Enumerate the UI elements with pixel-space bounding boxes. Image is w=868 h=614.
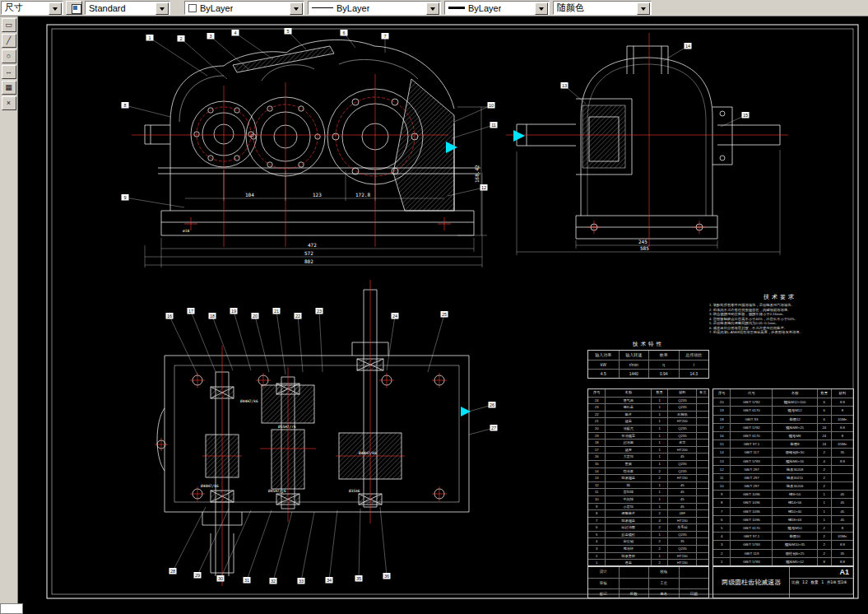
sheet-size: A1: [790, 567, 853, 579]
linetype-combo[interactable]: ByLayer: [308, 1, 441, 15]
table-row: 17GB/T 5782螺栓M8×25248.8: [713, 423, 853, 431]
linetype-icon: [312, 7, 333, 8]
chevron-down-icon[interactable]: [49, 2, 62, 15]
table-row: 2GB/T 119圆柱销6×25235: [713, 549, 853, 557]
tech-req-note: 7. 机座内装L-AN68润滑油至规定高度，外表面涂灰色油漆。: [709, 330, 851, 335]
chevron-down-icon[interactable]: [637, 2, 650, 15]
scale-value: 1:2: [802, 580, 807, 584]
chevron-down-icon[interactable]: [155, 2, 169, 15]
table-row: 14挡油盘2Q235: [588, 467, 708, 475]
table-row: 21箱盖1HT200: [588, 417, 708, 425]
table-row: 1透盖2HT150: [588, 559, 708, 566]
table-row: 20油标尺1Q235: [588, 425, 708, 432]
table-row: 18封油垫1皮革: [588, 439, 708, 446]
chevron-down-icon[interactable]: [535, 2, 548, 15]
text-style-value: Standard: [89, 3, 126, 13]
table-row: 序号名称数量材料备注: [588, 389, 708, 397]
table-row: 6GB/T 1096键18×63145: [713, 515, 853, 523]
layer-tool-button[interactable]: [66, 1, 82, 15]
top-toolbar: 尺寸 Standard ByLayer ByLayer ByLayer 随颜色: [0, 0, 868, 16]
scale-label: 比例: [791, 580, 799, 584]
table-row: 3甩油环2Q235: [588, 545, 708, 552]
linetype-value: ByLayer: [337, 3, 369, 13]
table-row: 6毡封油圈2羊毛毡: [588, 523, 708, 531]
title-block-meta: 比例 1:2 数量 1 共1张 第1张: [790, 579, 853, 586]
color-combo[interactable]: ByLayer: [184, 1, 304, 15]
table-row: 22垫片1石棉纸: [588, 411, 708, 418]
table-row: 5GB/T 6170螺母M1028: [713, 523, 853, 532]
circle-tool-button[interactable]: ○: [2, 49, 16, 63]
signature-block: 设计校核审核工艺标记处数签名日期: [587, 566, 709, 598]
table-row: 24通气器1Q235: [588, 397, 708, 404]
table-row: 19GB/T 6170螺母M1268: [713, 406, 853, 414]
dim-style-combo[interactable]: 尺寸: [1, 1, 63, 15]
table-row: 12GB/T 297轴承302082: [713, 465, 853, 473]
table-row: 9GB/T 1096键8×50145: [713, 490, 853, 498]
table-row: 13轴承端盖2HT150: [588, 474, 708, 481]
table-row: 序号代号名称数量材料: [713, 389, 853, 398]
table-row: 15GB/T 97.1垫圈82465Mn: [713, 440, 853, 448]
table-row: 11GB/T 297轴承302112: [713, 473, 853, 481]
table-row: 16大齿轮145: [588, 453, 708, 460]
table-row: 设计校核: [588, 567, 708, 578]
hatch-tool-button[interactable]: ▦: [2, 81, 16, 95]
table-row: 17箱座1HT200: [588, 446, 708, 454]
qty-value: 1: [822, 580, 824, 584]
lineweight-value: ByLayer: [468, 3, 501, 13]
tech-req-title: 技术要求: [709, 293, 851, 301]
table-row: 18GB/T 93垫圈12665Mn: [713, 415, 853, 423]
layer-icon: [72, 4, 81, 14]
table-row: 标记处数签名日期: [588, 588, 708, 598]
plotstyle-value: 随颜色: [557, 2, 584, 14]
table-row: 4定位销235: [588, 537, 708, 545]
table-row: 4.514400.9414.3: [588, 369, 708, 378]
color-value: ByLayer: [200, 3, 233, 13]
table-row: 20GB/T 5782螺栓M12×10068.8: [713, 398, 853, 406]
table-row: 12轴145: [588, 481, 708, 489]
table-row: 5起盖螺钉1Q235: [588, 531, 708, 538]
title-block: 两级圆柱齿轮减速器 A1 比例 1:2 数量 1 共1张 第1张: [713, 566, 854, 598]
drawing-title: 两级圆柱齿轮减速器: [713, 567, 790, 598]
lineweight-combo[interactable]: ByLayer: [444, 1, 550, 15]
table-row: 7GB/T 1096键10×40145: [713, 507, 853, 515]
table-row: 3GB/T 5783螺栓M10×3528.8: [713, 540, 853, 548]
chevron-down-icon[interactable]: [426, 2, 439, 15]
table-row: 8GB/T 1096键14×56145: [713, 498, 853, 506]
table-row: 13GB/T 5783螺栓M6×1648.8: [713, 457, 853, 465]
parts-list-left: 序号名称数量材料备注24通气器1Q23523视孔盖1Q23522垫片1石棉纸21…: [587, 388, 709, 566]
table-row: 7轴承端盖4HT150: [588, 517, 708, 524]
table-row: 1GB/T 5783螺栓M5×1288.8: [713, 557, 853, 565]
table-row: 19放油螺塞1Q235: [588, 432, 708, 440]
table-row: 11齿轮轴145: [588, 488, 708, 495]
left-toolbar: ▭╱○↔▦×: [0, 16, 18, 614]
table-row: 15套筒1Q235: [588, 460, 708, 467]
line-tool-button[interactable]: ╱: [2, 34, 16, 48]
select-tool-button[interactable]: ▭: [2, 18, 16, 32]
technical-requirements: 技术要求 1. 装配前所有零件用煤油清洗，滚动轴承用汽油清洗。2. 机体内不允许…: [709, 293, 851, 335]
table-row: 4GB/T 97.1垫圈10265Mn: [713, 532, 853, 540]
plotstyle-combo[interactable]: 随颜色: [553, 1, 652, 15]
table-row: 16GB/T 6170螺母M8248: [713, 431, 853, 440]
move-tool-button[interactable]: ↔: [2, 65, 16, 79]
technical-characteristics: 技术特性 输入功率输入转速效率总传动比kWr/minηi4.514400.941…: [587, 341, 709, 379]
table-row: 10中间轴145: [588, 495, 708, 503]
table-row: kWr/minηi: [588, 360, 708, 369]
tech-req-notes: 1. 装配前所有零件用煤油清洗，滚动轴承用汽油清洗。2. 机体内不允许有任何杂物…: [709, 303, 851, 335]
text-style-combo[interactable]: Standard: [85, 1, 170, 15]
chevron-down-icon[interactable]: [290, 2, 303, 15]
lineweight-icon: [448, 7, 465, 9]
dim-style-value: 尺寸: [5, 2, 23, 14]
taskbar-fragment: [0, 603, 23, 614]
sheets-value: 共1张 第1张: [827, 580, 847, 584]
table-row: 23视孔盖1Q235: [588, 403, 708, 411]
table-row: 输入功率输入转速效率总传动比: [588, 351, 708, 360]
erase-tool-button[interactable]: ×: [2, 96, 16, 110]
table-row: 2轴承套杯1HT150: [588, 552, 708, 560]
table-row: 8调整垫片208F: [588, 509, 708, 517]
tech-char-title: 技术特性: [587, 341, 709, 348]
tech-char-table: 输入功率输入转速效率总传动比kWr/minηi4.514400.9414.3: [587, 350, 709, 379]
table-row: 14GB/T 117圆锥销8×30235: [713, 448, 853, 456]
qty-label: 数量: [811, 580, 819, 584]
color-swatch-icon: [188, 4, 197, 12]
table-row: 审核工艺: [588, 578, 708, 588]
